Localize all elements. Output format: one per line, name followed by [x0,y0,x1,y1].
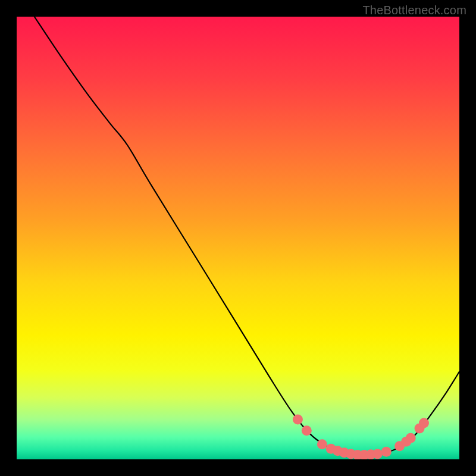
data-marker [419,418,429,428]
chart-frame: TheBottleneck.com [0,0,476,476]
data-marker [406,433,416,443]
attribution-text: TheBottleneck.com [362,4,466,17]
data-marker [317,439,327,449]
data-marker [302,425,312,436]
chart-svg [17,17,459,459]
gradient-background [17,17,459,459]
plot-area [17,17,459,459]
data-marker [381,447,392,457]
data-marker [293,415,303,425]
data-marker [372,449,383,459]
